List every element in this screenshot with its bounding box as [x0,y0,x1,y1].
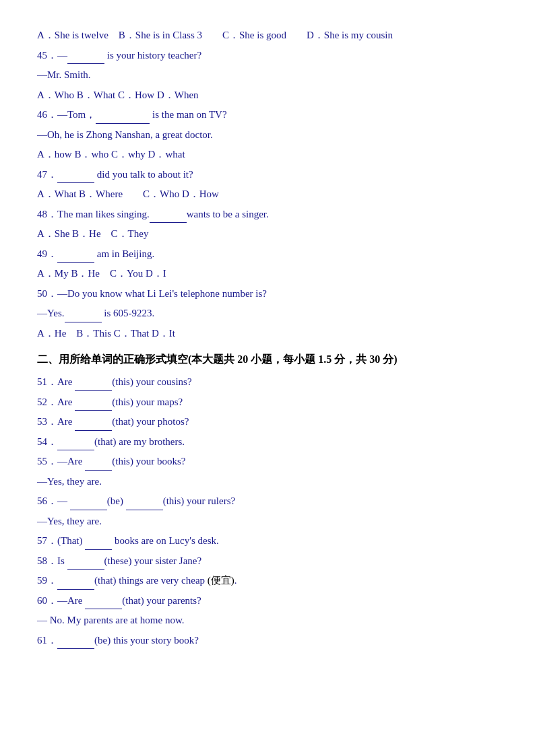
q46-blank[interactable] [96,113,150,124]
q45-blank[interactable] [67,53,104,64]
q55-question: 55．—Are (this) your books? [37,453,498,471]
q50-options: A．He B．This C．That D．It [37,325,498,343]
q59-question: 59．(that) things are very cheap (便宜). [37,572,498,590]
q59-blank[interactable] [57,579,94,590]
q45-answer: —Mr. Smith. [37,67,498,84]
q50-question: 50．—Do you know what Li Lei's telephone … [37,285,498,303]
section2-header: 二、用所给单词的正确形式填空(本大题共 20 小题，每小题 1.5 分，共 30… [37,350,498,368]
q46-answer: —Oh, he is Zhong Nanshan, a great doctor… [37,127,498,144]
q56-blank1[interactable] [70,500,107,510]
q51-blank[interactable] [75,380,112,391]
q52-question: 52．Are (this) your maps? [37,394,498,411]
q56-blank2[interactable] [126,500,163,510]
exam-content: A．She is twelve B．She is in Class 3 C．Sh… [37,27,498,649]
q57-blank[interactable] [85,539,112,550]
q47-options: A．What B．Where C．Who D．How [37,186,498,203]
q55-blank[interactable] [85,460,112,471]
q49-blank[interactable] [57,252,94,263]
q49-options: A．My B．He C．You D．I [37,265,498,283]
q46-options: A．how B．who C．why D．what [37,146,498,164]
q44-option-text: A．She is twelve B．She is in Class 3 C．Sh… [37,30,393,40]
q61-question: 61．(be) this your story book? [37,632,498,650]
q48-options: A．She B．He C．They [37,226,498,243]
q61-blank[interactable] [57,638,94,649]
q56-answer: —Yes, they are. [37,513,498,530]
q45-label: 45．— is your history teacher? [37,50,201,61]
q49-question: 49． am in Beijing. [37,246,498,263]
q53-blank[interactable] [75,420,112,431]
q51-question: 51．Are (this) your cousins? [37,374,498,391]
q50-blank[interactable] [65,312,102,322]
q44-options: A．She is twelve B．She is in Class 3 C．Sh… [37,27,498,44]
q54-question: 54．(that) are my brothers. [37,434,498,451]
q50-answer: —Yes. is 605-9223. [37,305,498,322]
q52-blank[interactable] [75,400,112,411]
q54-blank[interactable] [57,440,94,450]
q57-question: 57．(That) books are on Lucy's desk. [37,532,498,550]
q48-question: 48．The man likes singing.wants to be a s… [37,206,498,224]
q58-blank[interactable] [67,559,104,570]
q53-question: 53．Are (that) your photos? [37,413,498,431]
q56-question: 56．— (be) (this) your rulers? [37,493,498,510]
q45-question: 45．— is your history teacher? [37,47,498,65]
q60-question: 60．—Are (that) your parents? [37,592,498,610]
q47-blank[interactable] [57,172,94,183]
q60-answer: — No. My parents are at home now. [37,612,498,629]
q58-question: 58．Is (these) your sister Jane? [37,553,498,570]
q60-blank[interactable] [85,598,122,609]
q47-question: 47． did you talk to about it? [37,166,498,184]
q55-answer: —Yes, they are. [37,473,498,491]
q48-blank[interactable] [150,212,187,223]
q46-question: 46．—Tom， is the man on TV? [37,106,498,124]
q45-options: A．Who B．What C．How D．When [37,87,498,104]
